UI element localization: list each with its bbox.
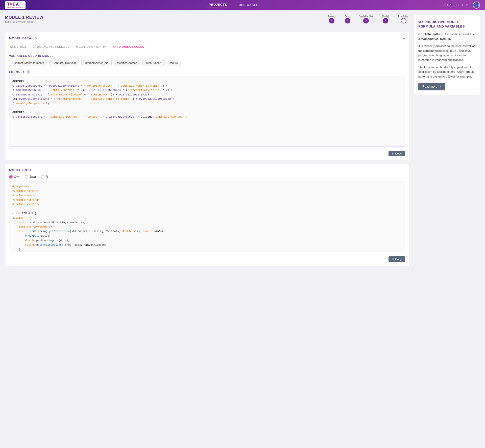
right-para2: It is explicitly provided to the user, a…: [418, 44, 476, 62]
metrics-icon: 📊: [10, 45, 13, 48]
radio-java[interactable]: Java: [25, 175, 36, 179]
right-para1: On TADA platform, the predictive model i…: [418, 32, 476, 41]
faq-link[interactable]: FAQ ↗: [442, 3, 451, 7]
variable-tag: TechSupport: [142, 60, 165, 66]
formula-title: FORMULA: [9, 70, 25, 73]
step-model: Model ✓: [382, 15, 389, 23]
radio-circle-r: [41, 175, 44, 179]
step-circle-model: ✓: [383, 18, 388, 23]
model-details-card: MODEL DETAILS ∨ 📊 METRICS 📈 ACTUAL VS PR…: [5, 32, 409, 160]
radio-circle-java: [25, 175, 28, 179]
model-code-card: MODEL CODE C++ Java R #pragma o: [5, 164, 409, 266]
formula-copy-button[interactable]: ⎘ Copy: [389, 151, 405, 156]
variable-tag: Contract_Month-to-month: [9, 60, 47, 66]
variable-tag: InternetService_No: [81, 60, 112, 66]
chart-icon: 📈: [33, 45, 36, 48]
collapse-icon[interactable]: ∨: [403, 36, 405, 40]
step-circle-goal: ✓: [345, 18, 350, 23]
left-panel: MODEL 1 REVIEW Let's review your model P…: [5, 15, 409, 270]
step-prediction: Prediction: [398, 15, 409, 23]
main-container: MODEL 1 REVIEW Let's review your model P…: [0, 10, 485, 275]
variable-tag: Contract_Two year: [49, 60, 79, 66]
formula-code-box: OUTPUT1: 0.7238879987992783 * (0.8996108…: [9, 76, 405, 147]
top-header-row: MODEL 1 REVIEW Let's review your model P…: [5, 15, 409, 28]
copy-icon: ⎘: [392, 258, 394, 261]
user-icon: 👤: [474, 3, 478, 7]
right-panel: MY PREDICTIVE MODEL FORMULA AND VARIABLE…: [414, 15, 480, 270]
step-circle-varset: ✓: [363, 18, 369, 23]
help-icon[interactable]: ?: [26, 70, 30, 74]
model-tabs: 📊 METRICS 📈 ACTUAL VS PREDICTED ⊞ CONFUS…: [9, 43, 405, 50]
user-avatar[interactable]: 👤 ▾: [473, 2, 480, 9]
model-code-title: MODEL CODE: [9, 168, 32, 172]
radio-r[interactable]: R: [41, 175, 48, 179]
connector-4: [389, 18, 399, 18]
formula-output2: OUTPUT2: 0.8345159075383273 * ('Contract…: [12, 110, 402, 119]
code-copy-row: ⎘ Copy: [9, 254, 405, 262]
right-para3: The formula can be directly copied from …: [418, 65, 476, 79]
variables-title: VARIABLES USED IN MODEL: [9, 54, 405, 57]
formula-header: FORMULA ?: [9, 70, 405, 74]
code-icon: <>: [113, 45, 116, 48]
page-subtitle: Let's review your model: [5, 20, 43, 23]
copy-icon: ⎘: [392, 152, 394, 155]
nav-use-cases[interactable]: USE CASES: [237, 2, 260, 8]
right-info-card: MY PREDICTIVE MODEL FORMULA AND VARIABLE…: [414, 15, 480, 95]
nav-projects[interactable]: PROJECTS: [207, 2, 229, 8]
external-link-icon: ↗: [449, 3, 451, 7]
tab-confusion-matrix[interactable]: ⊞ CONFUSION MATRIX: [75, 43, 107, 50]
chevron-down-icon: ▾: [478, 4, 479, 6]
model-code-box[interactable]: #pragma once #include <cmath> #include <…: [9, 182, 405, 252]
step-circle-project: ✓: [329, 18, 334, 23]
page-header: MODEL 1 REVIEW Let's review your model: [5, 15, 43, 23]
formula-copy-row: ⎘ Copy: [9, 149, 405, 156]
connector-3: [372, 18, 382, 18]
tab-actual-vs-predicted[interactable]: 📈 ACTUAL VS PREDICTED: [32, 43, 70, 50]
step-project: Project ✓: [328, 15, 335, 23]
main-nav: PROJECTS USE CASES: [207, 2, 260, 8]
connector-2: [350, 18, 360, 18]
output1-label: OUTPUT1:: [12, 80, 26, 83]
formula-output1: OUTPUT1: 0.7238879987992783 * (0.8996108…: [12, 79, 402, 106]
output2-label: OUTPUT2:: [12, 111, 26, 114]
external-link-icon: ↗: [465, 3, 468, 7]
tab-metrics[interactable]: 📊 METRICS: [9, 43, 27, 50]
variable-tag: tenure: [167, 60, 181, 66]
tab-formula-codes[interactable]: <> FORMULA & CODES: [112, 43, 145, 50]
variable-tag: MonthlyCharges: [114, 60, 140, 66]
header-right: FAQ ↗ HELP ↗ 👤 ▾: [442, 2, 480, 9]
connector-1: [335, 18, 345, 18]
grid-icon: ⊞: [76, 45, 78, 48]
variables-list: Contract_Month-to-month Contract_Two yea…: [9, 60, 405, 66]
logo-area: TADA myDATAmodels: [5, 1, 26, 9]
page-title: MODEL 1 REVIEW: [5, 15, 43, 20]
right-panel-title: MY PREDICTIVE MODEL FORMULA AND VARIABLE…: [418, 20, 476, 29]
model-details-title: MODEL DETAILS: [9, 37, 37, 40]
step-variable-set: Variable Set ✓: [359, 15, 373, 23]
language-selector: C++ Java R: [9, 175, 405, 179]
radio-cpp[interactable]: C++: [9, 175, 20, 179]
read-more-button[interactable]: Read more ↗: [418, 83, 445, 90]
step-goal: Goal ✓: [345, 15, 350, 23]
logo: TADA myDATAmodels: [5, 1, 26, 9]
model-code-header: MODEL CODE: [9, 168, 405, 172]
help-link[interactable]: HELP ↗: [456, 3, 468, 7]
model-details-header: MODEL DETAILS ∨: [9, 36, 405, 40]
step-circle-prediction: [401, 18, 406, 23]
progress-steps: Project ✓ Goal ✓ Variable Set ✓ Model ✓: [328, 15, 409, 23]
radio-circle-cpp: [9, 175, 13, 179]
external-link-icon: ↗: [439, 85, 441, 88]
header: TADA myDATAmodels PROJECTS USE CASES FAQ…: [0, 0, 485, 10]
code-copy-button[interactable]: ⎘ Copy: [389, 256, 405, 262]
